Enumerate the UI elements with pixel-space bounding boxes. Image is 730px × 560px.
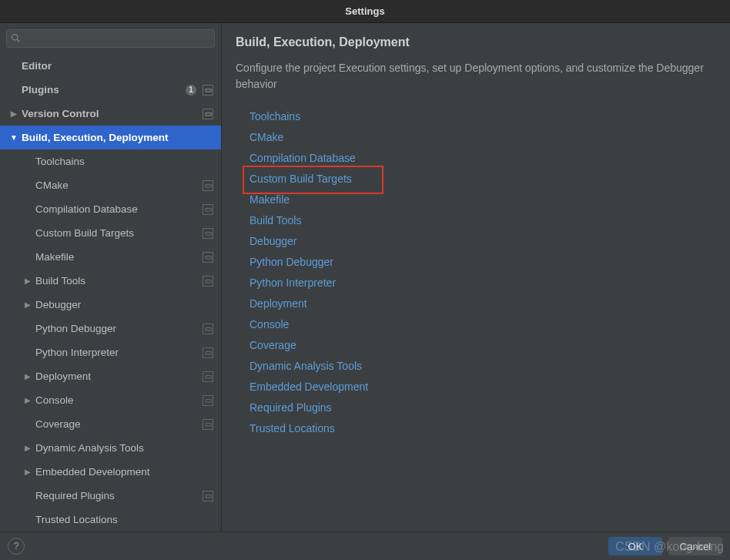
sidebar-item-cmake[interactable]: CMake▭ xyxy=(0,173,221,197)
sidebar-item-build-tools[interactable]: ▶Build Tools▭ xyxy=(0,269,221,293)
search-icon xyxy=(11,33,20,44)
sidebar-item-label: Editor xyxy=(22,60,213,72)
sidebar-item-label: Required Plugins xyxy=(35,490,199,501)
page-title: Build, Execution, Deployment xyxy=(236,35,716,49)
sidebar-item-toolchains[interactable]: Toolchains xyxy=(0,149,221,173)
svg-line-1 xyxy=(17,39,19,42)
sidebar-item-build-execution-deployment[interactable]: ▼ Build, Execution, Deployment xyxy=(0,126,221,149)
project-settings-icon: ▭ xyxy=(203,491,213,501)
sidebar-item-label: Debugger xyxy=(35,299,213,310)
sidebar-item-trusted-locations[interactable]: Trusted Locations xyxy=(0,508,221,531)
project-settings-icon: ▭ xyxy=(203,395,213,406)
link-build-tools[interactable]: Build Tools xyxy=(249,210,716,231)
chevron-right-icon: ▶ xyxy=(23,300,32,310)
sidebar-item-console[interactable]: ▶Console▭ xyxy=(0,388,221,412)
project-settings-icon: ▭ xyxy=(203,180,213,191)
project-settings-icon: ▭ xyxy=(203,276,213,287)
sidebar-item-label: Build Tools xyxy=(35,275,199,287)
help-icon: ? xyxy=(14,541,19,552)
sidebar-item-compilation-database[interactable]: Compilation Database▭ xyxy=(0,197,221,221)
content-area: Editor Plugins 1 ▭ ▶ Version Control ▭ ▼… xyxy=(0,23,730,531)
link-python-interpreter[interactable]: Python Interpreter xyxy=(249,273,716,293)
link-custom-build-targets[interactable]: Custom Build Targets xyxy=(249,169,716,189)
link-makefile[interactable]: Makefile xyxy=(249,189,716,210)
project-settings-icon: ▭ xyxy=(203,371,213,382)
project-settings-icon: ▭ xyxy=(203,85,213,96)
sidebar-item-label: Build, Execution, Deployment xyxy=(22,132,213,143)
sidebar-item-label: Embedded Development xyxy=(35,466,213,478)
link-trusted-locations[interactable]: Trusted Locations xyxy=(249,418,716,439)
sidebar-item-label: Custom Build Targets xyxy=(35,227,199,239)
link-debugger[interactable]: Debugger xyxy=(249,231,716,252)
sidebar-item-label: Dynamic Analysis Tools xyxy=(35,442,213,454)
link-python-debugger[interactable]: Python Debugger xyxy=(249,252,716,273)
settings-tree[interactable]: Editor Plugins 1 ▭ ▶ Version Control ▭ ▼… xyxy=(0,54,221,531)
sidebar-item-label: Toolchains xyxy=(35,156,213,167)
sidebar-item-label: Trusted Locations xyxy=(35,514,213,525)
sidebar-item-editor[interactable]: Editor xyxy=(0,54,221,78)
sidebar-item-label: Console xyxy=(35,394,199,406)
help-button[interactable]: ? xyxy=(8,538,25,555)
project-settings-icon: ▭ xyxy=(203,204,213,215)
sidebar-item-embedded-development[interactable]: ▶Embedded Development xyxy=(0,460,221,484)
sidebar-item-plugins[interactable]: Plugins 1 ▭ xyxy=(0,78,221,102)
settings-main-panel: Build, Execution, Deployment Configure t… xyxy=(222,23,730,531)
chevron-right-icon: ▶ xyxy=(23,468,32,477)
sidebar-item-debugger[interactable]: ▶Debugger xyxy=(0,293,221,317)
svg-point-0 xyxy=(12,35,18,41)
window-titlebar: Settings xyxy=(0,0,730,23)
link-coverage[interactable]: Coverage xyxy=(249,335,716,356)
sidebar-item-python-debugger[interactable]: Python Debugger▭ xyxy=(0,317,221,340)
link-compilation-database[interactable]: Compilation Database xyxy=(249,148,716,169)
chevron-right-icon: ▶ xyxy=(23,372,32,381)
settings-sidebar: Editor Plugins 1 ▭ ▶ Version Control ▭ ▼… xyxy=(0,23,222,531)
sidebar-item-custom-build-targets[interactable]: Custom Build Targets▭ xyxy=(0,221,221,245)
window-title: Settings xyxy=(345,5,384,17)
sidebar-item-deployment[interactable]: ▶Deployment▭ xyxy=(0,364,221,388)
sidebar-item-makefile[interactable]: Makefile▭ xyxy=(0,245,221,269)
link-console[interactable]: Console xyxy=(249,314,716,335)
chevron-right-icon: ▶ xyxy=(23,396,32,405)
cancel-button[interactable]: Cancel xyxy=(668,537,722,555)
link-toolchains[interactable]: Toolchains xyxy=(249,106,716,127)
link-cmake[interactable]: CMake xyxy=(249,127,716,148)
sidebar-item-label: Coverage xyxy=(35,418,199,430)
project-settings-icon: ▭ xyxy=(203,228,213,239)
sidebar-item-python-interpreter[interactable]: Python Interpreter▭ xyxy=(0,340,221,364)
link-embedded-development[interactable]: Embedded Development xyxy=(249,377,716,397)
sub-page-links: Toolchains CMake Compilation Database Cu… xyxy=(236,106,716,439)
button-label: Cancel xyxy=(680,541,711,552)
sidebar-item-label: Python Debugger xyxy=(35,323,199,334)
project-settings-icon: ▭ xyxy=(203,324,213,334)
sidebar-item-label: CMake xyxy=(35,179,199,191)
chevron-right-icon: ▶ xyxy=(9,109,18,119)
page-description: Configure the project Execution settings… xyxy=(236,60,716,92)
chevron-down-icon: ▼ xyxy=(9,133,18,143)
search-input[interactable] xyxy=(6,29,215,48)
sidebar-item-label: Makefile xyxy=(35,251,199,263)
sidebar-item-label: Python Interpreter xyxy=(35,347,199,358)
link-required-plugins[interactable]: Required Plugins xyxy=(249,397,716,418)
button-label: OK xyxy=(628,541,643,552)
project-settings-icon: ▭ xyxy=(203,109,213,119)
chevron-right-icon: ▶ xyxy=(23,444,32,453)
sidebar-item-label: Deployment xyxy=(35,371,199,382)
ok-button[interactable]: OK xyxy=(608,537,662,555)
notification-badge-icon: 1 xyxy=(186,85,196,96)
sidebar-item-label: Plugins xyxy=(22,84,186,96)
sidebar-item-label: Compilation Database xyxy=(35,203,199,215)
sidebar-item-label: Version Control xyxy=(22,108,199,119)
search-box xyxy=(6,29,215,48)
sidebar-item-dynamic-analysis-tools[interactable]: ▶Dynamic Analysis Tools xyxy=(0,436,221,460)
project-settings-icon: ▭ xyxy=(203,347,213,358)
project-settings-icon: ▭ xyxy=(203,252,213,263)
search-wrap xyxy=(0,23,221,54)
link-deployment[interactable]: Deployment xyxy=(249,293,716,314)
sidebar-item-coverage[interactable]: Coverage▭ xyxy=(0,412,221,436)
chevron-right-icon: ▶ xyxy=(23,277,32,286)
link-dynamic-analysis-tools[interactable]: Dynamic Analysis Tools xyxy=(249,356,716,377)
project-settings-icon: ▭ xyxy=(203,419,213,430)
sidebar-item-required-plugins[interactable]: Required Plugins▭ xyxy=(0,484,221,508)
dialog-footer: ? OK Cancel xyxy=(0,531,730,560)
sidebar-item-version-control[interactable]: ▶ Version Control ▭ xyxy=(0,102,221,126)
